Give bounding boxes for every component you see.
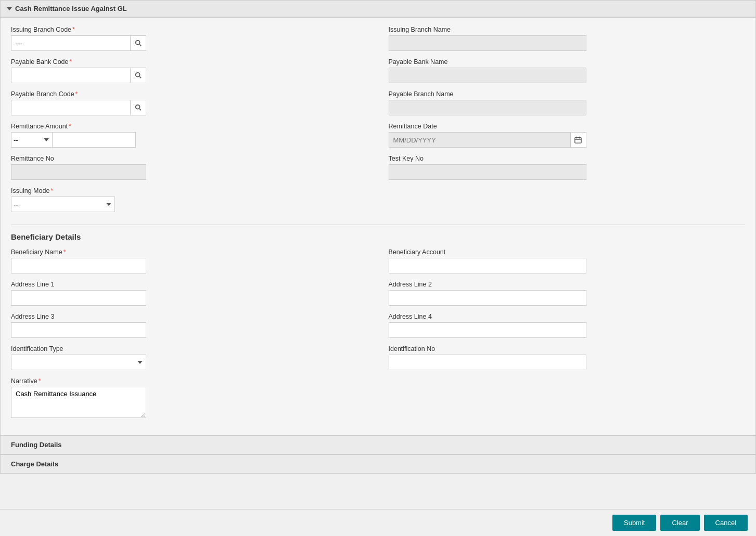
issuing-mode-label: Issuing Mode* [11,187,368,194]
remittance-no-label: Remittance No [11,155,368,162]
svg-line-5 [139,109,141,110]
svg-line-3 [139,76,141,78]
payable-branch-code-input[interactable] [11,100,131,115]
payable-branch-name-input [389,100,586,115]
beneficiary-right: Beneficiary Account Address Line 2 Addre… [389,249,746,427]
payable-branch-code-input-group [11,100,368,115]
charge-details-section: Charge Details [0,454,756,474]
test-key-no-group: Test Key No [389,155,746,180]
charge-details-label: Charge Details [11,460,58,468]
funding-details-label: Funding Details [11,441,62,449]
issuing-mode-group: Issuing Mode* -- [11,187,368,212]
charge-details-header[interactable]: Charge Details [1,455,755,473]
svg-point-4 [135,105,139,109]
issuing-branch-name-group: Issuing Branch Name [389,26,746,51]
narrative-label: Narrative* [11,377,368,385]
remittance-date-group: Remittance Date [389,123,746,148]
footer-buttons: Submit Clear Cancel [0,509,756,536]
payable-branch-code-group: Payable Branch Code* [11,90,368,115]
amount-input[interactable] [53,132,136,148]
beneficiary-form-grid: Beneficiary Name* Address Line 1 Address… [11,249,745,427]
payable-branch-code-label: Payable Branch Code* [11,90,368,98]
section-divider [11,225,745,225]
beneficiary-account-input[interactable] [389,258,586,273]
remittance-amount-group: Remittance Amount* -- [11,123,368,148]
funding-details-header[interactable]: Funding Details [1,436,755,454]
payable-bank-name-label: Payable Bank Name [389,58,746,66]
issuing-branch-code-label: Issuing Branch Code* [11,26,368,33]
address4-group: Address Line 4 [389,313,746,338]
submit-button[interactable]: Submit [612,515,656,531]
cancel-button[interactable]: Cancel [704,515,748,531]
beneficiary-section: Beneficiary Details Beneficiary Name* Ad… [11,232,745,427]
remittance-date-label: Remittance Date [389,123,746,130]
beneficiary-account-group: Beneficiary Account [389,249,746,273]
collapse-icon [7,7,12,10]
left-column: Issuing Branch Code* [11,26,368,219]
remittance-date-input[interactable] [389,132,571,148]
search-icon [135,104,142,111]
address1-group: Address Line 1 [11,281,368,306]
address4-label: Address Line 4 [389,313,746,320]
issuing-branch-code-search-button[interactable] [131,35,146,51]
address1-input[interactable] [11,290,146,306]
beneficiary-name-group: Beneficiary Name* [11,249,368,273]
address2-group: Address Line 2 [389,281,746,306]
remittance-no-input [11,164,146,180]
issuing-mode-select[interactable]: -- [11,197,115,212]
id-no-label: Identification No [389,345,746,352]
date-input-group [389,132,746,148]
clear-button[interactable]: Clear [660,515,699,531]
issuing-branch-name-label: Issuing Branch Name [389,26,746,33]
payable-bank-code-group: Payable Bank Code* [11,58,368,83]
address3-input[interactable] [11,322,146,338]
address1-label: Address Line 1 [11,281,368,288]
form-grid: Issuing Branch Code* [11,26,745,219]
id-no-group: Identification No [389,345,746,370]
beneficiary-name-input[interactable] [11,258,146,273]
right-column: Issuing Branch Name Payable Bank Name Pa… [389,26,746,219]
payable-branch-code-search-button[interactable] [131,100,146,115]
search-icon [135,40,142,47]
test-key-no-label: Test Key No [389,155,746,162]
beneficiary-name-label: Beneficiary Name* [11,249,368,256]
test-key-no-input [389,164,586,180]
search-icon [135,72,142,79]
payable-branch-name-group: Payable Branch Name [389,90,746,115]
beneficiary-left: Beneficiary Name* Address Line 1 Address… [11,249,368,427]
svg-point-0 [135,41,139,45]
currency-select[interactable]: -- [11,132,53,148]
payable-bank-code-search-button[interactable] [131,68,146,83]
beneficiary-title: Beneficiary Details [11,232,745,241]
payable-bank-code-label: Payable Bank Code* [11,58,368,66]
address3-group: Address Line 3 [11,313,368,338]
payable-bank-name-input [389,68,586,83]
funding-details-section: Funding Details [0,436,756,454]
issuing-branch-code-input-group [11,35,368,51]
main-section-header[interactable]: Cash Remittance Issue Against GL [0,0,756,17]
payable-bank-code-input[interactable] [11,68,131,83]
remittance-amount-label: Remittance Amount* [11,123,368,130]
payable-branch-name-label: Payable Branch Name [389,90,746,98]
remittance-no-group: Remittance No [11,155,368,180]
id-no-input[interactable] [389,355,586,370]
svg-rect-6 [575,138,581,143]
svg-point-2 [135,73,139,77]
beneficiary-account-label: Beneficiary Account [389,249,746,256]
calendar-icon [574,136,582,143]
address2-input[interactable] [389,290,586,306]
address2-label: Address Line 2 [389,281,746,288]
footer-spacer [0,474,756,505]
id-type-select[interactable] [11,355,146,370]
amount-input-group: -- [11,132,368,148]
issuing-branch-code-group: Issuing Branch Code* [11,26,368,51]
calendar-button[interactable] [571,132,586,148]
address3-label: Address Line 3 [11,313,368,320]
address4-input[interactable] [389,322,586,338]
page-wrapper: Cash Remittance Issue Against GL Issuing… [0,0,756,536]
id-type-group: Identification Type [11,345,368,370]
id-type-label: Identification Type [11,345,368,352]
main-section-title: Cash Remittance Issue Against GL [15,5,127,12]
narrative-textarea[interactable]: Cash Remittance Issuance [11,387,146,418]
issuing-branch-code-input[interactable] [11,35,131,51]
